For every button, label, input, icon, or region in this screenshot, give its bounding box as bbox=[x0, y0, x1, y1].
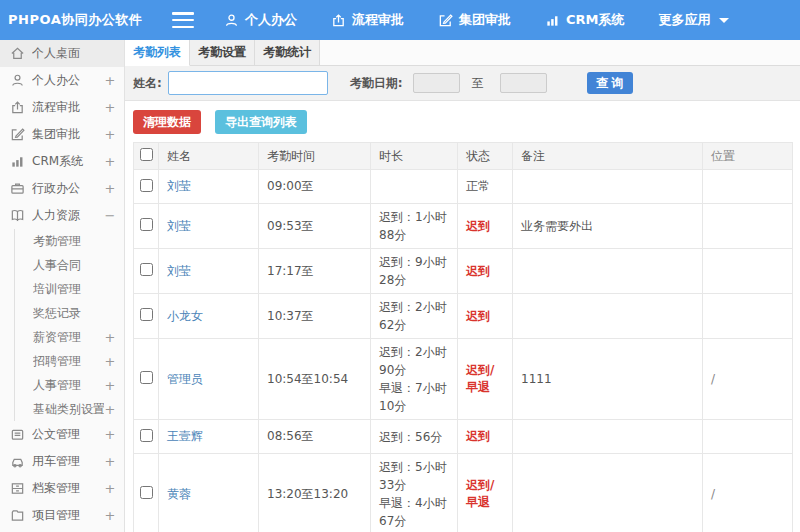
sidebar-item-human-resources[interactable]: 人力资源 − bbox=[0, 202, 124, 229]
tab-bar: 考勤列表 考勤设置 考勤统计 bbox=[125, 40, 800, 66]
collapse-minus-icon[interactable]: − bbox=[104, 208, 116, 223]
sidebar-item-admin-office[interactable]: 行政办公 + bbox=[0, 175, 124, 202]
sidebar-subitem-recruit-mgmt[interactable]: 招聘管理 + bbox=[15, 349, 124, 373]
select-all-checkbox[interactable] bbox=[140, 148, 153, 161]
note bbox=[513, 420, 703, 454]
location: / bbox=[703, 454, 793, 532]
attendance-time: 10:54至10:54 bbox=[259, 339, 371, 420]
location bbox=[703, 420, 793, 454]
expand-plus-icon[interactable]: + bbox=[104, 481, 116, 496]
query-button[interactable]: 查 询 bbox=[587, 72, 633, 94]
employee-name-link[interactable]: 小龙女 bbox=[167, 309, 203, 323]
nav-group-approval[interactable]: 集团审批 bbox=[438, 11, 511, 29]
employee-name-link[interactable]: 王壹辉 bbox=[167, 429, 203, 443]
date-from-input[interactable] bbox=[413, 73, 460, 93]
expand-plus-icon[interactable]: + bbox=[104, 330, 116, 345]
user-icon bbox=[10, 73, 25, 88]
status-badge: 迟到 bbox=[458, 420, 513, 454]
sidebar-item-document-mgmt[interactable]: 公文管理 + bbox=[0, 421, 124, 448]
duration: 迟到：1小时88分 bbox=[371, 204, 458, 249]
duration: 迟到：2小时90分 早退：7小时10分 bbox=[371, 339, 458, 420]
sidebar-item-personal-office[interactable]: 个人办公 + bbox=[0, 67, 124, 94]
expand-plus-icon[interactable]: + bbox=[104, 181, 116, 196]
expand-plus-icon[interactable]: + bbox=[104, 154, 116, 169]
sidebar-item-archive-mgmt[interactable]: 档案管理 + bbox=[0, 475, 124, 502]
employee-name-link[interactable]: 黄蓉 bbox=[167, 487, 191, 501]
row-checkbox[interactable] bbox=[140, 179, 153, 192]
name-input[interactable] bbox=[168, 71, 328, 95]
expand-plus-icon[interactable]: + bbox=[104, 100, 116, 115]
col-time: 考勤时间 bbox=[259, 143, 371, 170]
sidebar-subitem-salary-mgmt[interactable]: 薪资管理 + bbox=[15, 325, 124, 349]
sidebar-item-vehicle-mgmt[interactable]: 用车管理 + bbox=[0, 448, 124, 475]
col-location: 位置 bbox=[703, 143, 793, 170]
expand-plus-icon[interactable]: + bbox=[104, 427, 116, 442]
sidebar-subitem-training-mgmt[interactable]: 培训管理 bbox=[15, 277, 124, 301]
row-checkbox[interactable] bbox=[140, 218, 153, 231]
sidebar-item-project-mgmt[interactable]: 项目管理 + bbox=[0, 502, 124, 529]
sidebar-subitem-reward-record[interactable]: 奖惩记录 bbox=[15, 301, 124, 325]
table-row: 刘莹 09:53至 迟到：1小时88分 迟到 业务需要外出 bbox=[134, 204, 793, 249]
row-checkbox[interactable] bbox=[140, 308, 153, 321]
row-checkbox[interactable] bbox=[140, 486, 153, 499]
expand-plus-icon[interactable]: + bbox=[104, 402, 116, 417]
status-badge: 迟到/早退 bbox=[458, 454, 513, 532]
sidebar-item-group-approval[interactable]: 集团审批 + bbox=[0, 121, 124, 148]
expand-plus-icon[interactable]: + bbox=[104, 127, 116, 142]
expand-plus-icon[interactable]: + bbox=[104, 354, 116, 369]
nav-crm-system[interactable]: CRM系统 bbox=[545, 11, 625, 29]
date-to-input[interactable] bbox=[500, 73, 547, 93]
document-icon bbox=[10, 427, 25, 442]
sidebar-subitem-hr-contract[interactable]: 人事合同 bbox=[15, 253, 124, 277]
sidebar-item-process-approval[interactable]: 流程审批 + bbox=[0, 94, 124, 121]
tab-attendance-settings[interactable]: 考勤设置 bbox=[190, 40, 255, 66]
expand-plus-icon[interactable]: + bbox=[104, 378, 116, 393]
table-row: 小龙女 10:37至 迟到：2小时62分 迟到 bbox=[134, 294, 793, 339]
main-content: 考勤列表 考勤设置 考勤统计 姓名: 考勤日期: 至 查 询 清理数据 导出查询… bbox=[125, 40, 800, 532]
nav-process-approval[interactable]: 流程审批 bbox=[331, 11, 404, 29]
tab-attendance-list[interactable]: 考勤列表 bbox=[125, 40, 190, 66]
sidebar-subitem-attendance-mgmt[interactable]: 考勤管理 bbox=[15, 229, 124, 253]
sidebar-item-personal-desktop[interactable]: 个人桌面 bbox=[0, 40, 124, 67]
note: 1111 bbox=[513, 339, 703, 420]
select-all-cell bbox=[134, 143, 159, 170]
status-badge: 迟到 bbox=[458, 204, 513, 249]
expand-plus-icon[interactable]: + bbox=[104, 508, 116, 523]
note bbox=[513, 170, 703, 204]
attendance-time: 08:56至 bbox=[259, 420, 371, 454]
menu-toggle-icon[interactable] bbox=[172, 12, 194, 28]
home-icon bbox=[10, 46, 25, 61]
nav-more-apps[interactable]: 更多应用 bbox=[659, 11, 729, 29]
sidebar-item-crm-system[interactable]: CRM系统 + bbox=[0, 148, 124, 175]
name-label: 姓名: bbox=[133, 75, 162, 92]
sidebar: 个人桌面 个人办公 + 流程审批 + 集团审批 + CRM系统 + 行政办公 + bbox=[0, 40, 125, 532]
employee-name-link[interactable]: 刘莹 bbox=[167, 179, 191, 193]
attendance-time: 10:37至 bbox=[259, 294, 371, 339]
attendance-table-wrap: 姓名 考勤时间 时长 状态 备注 位置 刘莹 09:00至 正常 bbox=[125, 142, 800, 532]
expand-plus-icon[interactable]: + bbox=[104, 454, 116, 469]
tab-attendance-stats[interactable]: 考勤统计 bbox=[255, 40, 320, 66]
duration: 迟到：5小时33分 早退：4小时67分 bbox=[371, 454, 458, 532]
sidebar-subitem-personnel-mgmt[interactable]: 人事管理 + bbox=[15, 373, 124, 397]
status-badge: 迟到 bbox=[458, 249, 513, 294]
employee-name-link[interactable]: 管理员 bbox=[167, 372, 203, 386]
row-checkbox[interactable] bbox=[140, 429, 153, 442]
table-row: 刘莹 09:00至 正常 bbox=[134, 170, 793, 204]
col-duration: 时长 bbox=[371, 143, 458, 170]
sidebar-subitem-base-category[interactable]: 基础类别设置 + bbox=[15, 397, 124, 421]
employee-name-link[interactable]: 刘莹 bbox=[167, 264, 191, 278]
employee-name-link[interactable]: 刘莹 bbox=[167, 219, 191, 233]
col-name: 姓名 bbox=[159, 143, 259, 170]
col-note: 备注 bbox=[513, 143, 703, 170]
row-checkbox[interactable] bbox=[140, 263, 153, 276]
flow-icon bbox=[10, 100, 25, 115]
status-badge: 迟到/早退 bbox=[458, 339, 513, 420]
nav-personal-office[interactable]: 个人办公 bbox=[224, 11, 297, 29]
row-checkbox[interactable] bbox=[140, 371, 153, 384]
export-list-button[interactable]: 导出查询列表 bbox=[215, 110, 307, 134]
expand-plus-icon[interactable]: + bbox=[104, 73, 116, 88]
attendance-date-label: 考勤日期: bbox=[350, 75, 403, 92]
duration bbox=[371, 170, 458, 204]
location bbox=[703, 294, 793, 339]
clean-data-button[interactable]: 清理数据 bbox=[133, 110, 201, 134]
